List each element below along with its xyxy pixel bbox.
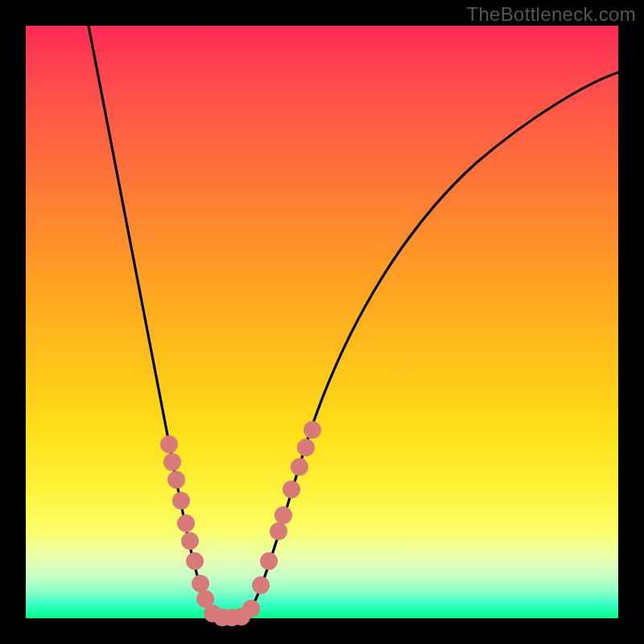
curve-svg <box>26 26 618 618</box>
data-dot <box>291 458 308 476</box>
data-dot <box>160 436 178 453</box>
data-dot <box>297 439 315 456</box>
data-dot <box>283 481 300 498</box>
data-dot <box>242 600 260 617</box>
data-dots <box>160 421 321 626</box>
watermark-text: TheBottleneck.com <box>466 3 636 26</box>
data-dot <box>177 514 195 532</box>
data-dot <box>163 453 181 471</box>
data-dot <box>167 471 185 489</box>
data-dot <box>181 532 199 550</box>
data-dot <box>186 552 204 570</box>
data-dot <box>172 492 190 510</box>
data-dot <box>270 522 287 540</box>
plot-area <box>26 26 618 618</box>
data-dot <box>252 576 270 594</box>
data-dot <box>303 421 321 439</box>
bottleneck-curve <box>89 26 618 618</box>
data-dot <box>260 552 278 570</box>
chart-frame: TheBottleneck.com <box>0 0 644 644</box>
data-dot <box>192 575 209 592</box>
data-dot <box>275 506 292 524</box>
